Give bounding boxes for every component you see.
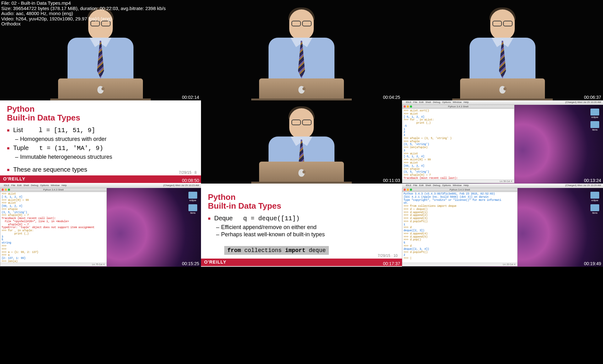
media-info-overlay: File: 02 - Built-in Data Types.mp4 Size:… — [0, 0, 167, 27]
idle-statusbar: Ln: 75 Col: 4 — [0, 263, 106, 266]
slide-bullet-list: List l = [11, 51, 9] — [7, 126, 194, 134]
idle-body[interactable]: Python 3.4.3 (v3.4.3:9b73f1c3e601, Feb 2… — [402, 192, 517, 261]
thumb-9-desktop: IDLEFileEditShellDebugOptionsWindowHelp … — [402, 184, 603, 267]
minimize-icon[interactable] — [407, 105, 409, 108]
thumb-7-desktop: IDLEFileEditShellDebugOptionsWindowHelp … — [0, 184, 201, 267]
desktop-folder-eclipse[interactable]: eclipse — [187, 192, 198, 201]
zoom-icon[interactable] — [410, 105, 412, 108]
timestamp: 00:17:37 — [383, 261, 400, 266]
thumb-4-slide: Python Built-in Data Types List l = [11,… — [0, 100, 201, 184]
idle-body[interactable]: >>> aList[-5, 1, 2, 4]>>> aList[0] = 99>… — [0, 192, 106, 266]
zoom-icon[interactable] — [8, 189, 10, 191]
timestamp: 00:19:49 — [584, 261, 601, 266]
slide-sub: Immutable heterogeneous structures — [7, 154, 194, 160]
meta-size: Size: 396544722 bytes (378.17 MiB), dura… — [1, 6, 166, 11]
slide-title-2: Built-in Data Types — [7, 113, 194, 123]
thumb-3: 00:06:37 — [402, 0, 603, 100]
mac-menubar[interactable]: IDLEFileEditShellDebugOptionsWindowHelp … — [402, 100, 603, 105]
thumb-6-desktop: IDLEFileEditShellDebugOptionsWindowHelp … — [402, 100, 603, 184]
slide-sub: Homogenous structures with order — [7, 136, 194, 142]
apple-logo-icon — [97, 86, 104, 94]
presenter-figure — [261, 108, 342, 184]
timestamp: 00:13:24 — [584, 178, 601, 183]
timestamp: 00:02:14 — [182, 95, 199, 100]
slide-bullet-tuple: Tuple t = (11, 'MA', 9) — [7, 144, 194, 152]
minimize-icon[interactable] — [407, 189, 409, 191]
timestamp: 00:06:37 — [584, 95, 601, 100]
presenter-figure — [261, 9, 342, 100]
meta-extra: Orthodox — [1, 21, 166, 27]
mac-menubar[interactable]: IDLEFileEditShellDebugOptionsWindowHelp … — [402, 184, 603, 188]
slide-title-2: Built-in Data Types — [208, 201, 395, 211]
thumb-2: 00:04:25 — [201, 0, 402, 100]
timestamp: 00:08:50 — [182, 178, 199, 183]
timestamp: 00:11:03 — [383, 178, 400, 183]
laptop-icon — [58, 78, 143, 100]
close-icon[interactable] — [404, 105, 406, 108]
oreilly-brand: O'REILLY — [201, 259, 402, 266]
desktop-folder-eclipse[interactable]: eclipse — [589, 109, 600, 118]
desktop-folder-eclipse[interactable]: eclipse — [589, 192, 600, 201]
meta-video: Video: h264, yuv420p, 1920x1080, 29.97 f… — [1, 16, 166, 22]
idle-shell-window[interactable]: Python 3.4.3 Shell >>> aList.sort()>>> a… — [402, 105, 514, 183]
meta-audio: Audio: aac, 48000 Hz, mono (eng) — [1, 11, 166, 16]
thumb-5: 00:11:03 — [201, 100, 402, 184]
thumbnail-grid: 00:02:14 00:04:25 00:06:37 Python Built-… — [0, 0, 603, 267]
timestamp: 00:04:25 — [383, 95, 400, 100]
idle-statusbar: Ln: 23 Col: 4 — [402, 263, 517, 266]
meta-file: File: 02 - Built-in Data Types.mp4 — [1, 1, 166, 6]
thumb-8-slide: Python Built-in Data Types Deque q = deq… — [201, 184, 402, 267]
close-icon[interactable] — [2, 189, 4, 191]
close-icon[interactable] — [404, 189, 406, 191]
slide-title-1: Python — [208, 193, 395, 201]
idle-body[interactable]: >>> aList.sort()>>> aList[-5, 1, 2, 4]>>… — [402, 109, 514, 183]
slide-footer: 7/29/15 · 8 — [179, 170, 197, 175]
desktop-folder-items[interactable]: Items — [589, 204, 600, 214]
idle-statusbar: Ln: 59 Col: 4 — [402, 179, 514, 183]
slide-bullet-deque: Deque q = deque([11]) — [208, 215, 395, 222]
menubar-left: IDLEFileEditShellDebugOptionsWindowHelp — [404, 101, 470, 104]
menubar-right: (Charged) Wed Jul 29 10:20 AM — [565, 101, 601, 104]
slide-footer: 7/29/15 · 10 — [378, 254, 398, 258]
idle-titlebar[interactable]: Python 3.4.3 Shell — [402, 105, 514, 109]
presenter-figure — [462, 9, 543, 100]
idle-shell-window[interactable]: Python 3.4.3 Shell >>> aList[-5, 1, 2, 4… — [0, 188, 107, 266]
zoom-icon[interactable] — [410, 189, 412, 191]
timestamp: 00:15:25 — [182, 261, 199, 266]
minimize-icon[interactable] — [5, 189, 7, 191]
idle-shell-window[interactable]: Python 3.4.3 Shell Python 3.4.3 (v3.4.3:… — [402, 188, 518, 266]
desktop-folder-items[interactable]: Items — [187, 204, 198, 214]
desktop-folder-items[interactable]: Items — [589, 121, 600, 131]
oreilly-brand: O'REILLY — [0, 175, 201, 183]
slide-title-1: Python — [7, 105, 194, 113]
slide-bullet-seq: These are sequence types — [7, 166, 194, 173]
code-snippet: from collections import deque — [224, 246, 329, 255]
mac-menubar[interactable]: IDLEFileEditShellDebugOptionsWindowHelp … — [0, 184, 201, 188]
